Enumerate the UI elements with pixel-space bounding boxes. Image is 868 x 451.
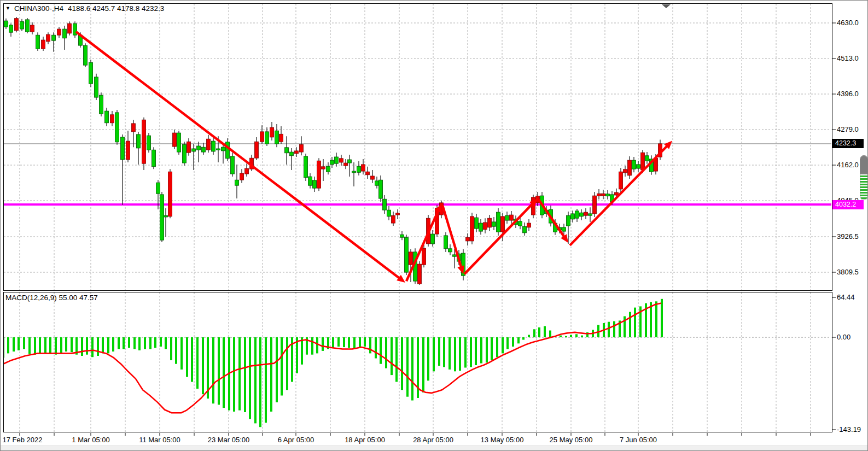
window-bottom-frame [1,446,868,451]
header-ohlc: 4188.6 4245.7 4178.8 4232.3 [68,4,164,13]
macd-axis-label: 64.44 [837,293,855,301]
time-axis-label: 1 Mar 05:00 [72,436,109,444]
time-axis-label: 11 Mar 05:00 [139,436,180,444]
time-axis-label: 6 Apr 05:00 [278,436,314,444]
time-axis-label: 25 May 05:00 [550,436,593,444]
price-axis-label: 4279.0 [837,125,859,133]
symbol-title: CHINA300-,H4 [14,4,63,13]
price-axis-label: 4162.0 [837,161,859,169]
price-axis-label: 3809.5 [837,268,859,276]
chart-canvas[interactable] [1,1,868,451]
macd-values: 55.00 47.57 [59,294,98,302]
time-axis-label: 28 Apr 05:00 [413,436,453,444]
time-axis-label: 13 May 05:00 [481,436,524,444]
macd-axis-label: 0.00 [837,333,850,341]
current-price-tag: 4232.3 [832,139,864,148]
chart-window: ▼CHINA300-,H44188.6 4245.7 4178.8 4232.3… [0,0,868,451]
price-axis-label: 4396.0 [837,90,859,98]
hline-price-tag: 4032.2 [832,200,864,209]
time-axis-label: 17 Feb 2022 [2,436,42,444]
scrollbar-grip [860,156,867,174]
symbol-dropdown-icon: ▼ [5,5,10,11]
price-axis-label: 4630.0 [837,19,859,27]
chart-header: ▼CHINA300-,H44188.6 4245.7 4178.8 4232.3 [5,4,164,13]
scrollbar-thumb[interactable] [860,155,868,200]
price-axis-label: 3926.5 [837,232,859,241]
macd-axis-label: -143.19 [837,425,861,434]
time-axis-label: 23 Mar 05:00 [208,436,250,444]
time-axis-label: 7 Jun 05:00 [620,436,657,444]
macd-header: MACD(12,26,9) 55.00 47.57 [5,294,98,302]
time-axis-label: 18 Apr 05:00 [345,436,385,444]
scrollbar-stripes-icon [860,174,867,200]
price-axis-label: 4513.0 [837,54,859,62]
macd-label: MACD(12,26,9) [5,294,57,302]
